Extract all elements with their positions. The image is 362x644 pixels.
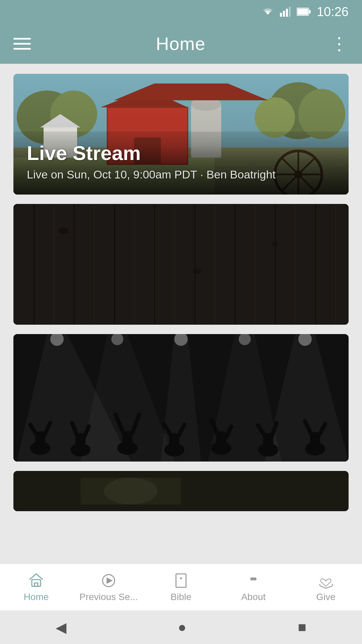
hamburger-line-3 — [13, 48, 31, 50]
more-options-button[interactable]: ⋮ — [330, 35, 349, 52]
nav-item-previous-sermons[interactable]: Previous Se... — [72, 572, 145, 602]
signal-icon — [280, 7, 291, 17]
app-bar: Home ⋮ — [0, 23, 362, 64]
nav-label-home: Home — [24, 592, 49, 602]
give-icon — [317, 572, 334, 589]
svg-rect-5 — [309, 10, 311, 13]
nav-label-give: Give — [316, 592, 336, 602]
live-stream-subtitle: Live on Sun, Oct 10, 9:00am PDT · Ben Bo… — [27, 168, 335, 181]
bottom-navigation: Home Previous Se... Bible About — [0, 564, 362, 610]
nav-label-bible: Bible — [171, 592, 191, 602]
home-icon — [28, 572, 45, 589]
fourth-card-background — [13, 471, 349, 511]
svg-rect-3 — [289, 7, 291, 17]
nav-item-about[interactable]: About — [217, 572, 290, 602]
hamburger-line-1 — [13, 38, 31, 40]
worship-lyrics-card[interactable]: Worship Lyrics Follow along as we sing — [13, 334, 349, 462]
live-stream-overlay: Live Stream Live on Sun, Oct 10, 9:00am … — [13, 131, 349, 195]
worship-background: Worship Lyrics Follow along as we sing — [13, 334, 349, 462]
bible-icon — [173, 572, 189, 589]
fourth-card-image — [13, 471, 349, 511]
events-announcements-card[interactable]: Events & Announcements What's happening … — [13, 204, 349, 325]
hamburger-line-2 — [13, 43, 31, 45]
nav-item-give[interactable]: Give — [290, 572, 362, 602]
main-content: Live Stream Live on Sun, Oct 10, 9:00am … — [0, 64, 362, 598]
status-icons: 10:26 — [262, 5, 349, 19]
nav-item-bible[interactable]: Bible — [145, 572, 217, 602]
page-title: Home — [156, 33, 205, 54]
svg-marker-98 — [107, 578, 112, 583]
nav-label-about: About — [241, 592, 265, 602]
svg-rect-96 — [35, 583, 38, 586]
nav-item-home[interactable]: Home — [0, 572, 72, 602]
svg-rect-99 — [176, 574, 186, 587]
battery-icon — [297, 7, 311, 16]
wifi-icon — [262, 7, 274, 17]
events-background: Events & Announcements What's happening … — [13, 204, 349, 325]
worship-image — [13, 334, 349, 462]
svg-rect-0 — [280, 13, 282, 17]
events-image — [13, 204, 349, 325]
back-button[interactable]: ◀ — [56, 619, 66, 636]
about-icon — [245, 572, 262, 589]
svg-rect-2 — [286, 9, 288, 17]
status-time: 10:26 — [317, 5, 349, 19]
svg-rect-6 — [297, 9, 308, 15]
svg-rect-1 — [283, 11, 285, 17]
nav-label-previous-sermons: Previous Se... — [79, 592, 138, 602]
svg-rect-91 — [13, 334, 349, 462]
svg-point-94 — [104, 478, 158, 504]
home-button[interactable]: ● — [178, 619, 186, 635]
live-stream-title: Live Stream — [27, 142, 335, 165]
svg-point-104 — [254, 578, 256, 580]
svg-rect-51 — [13, 204, 349, 325]
status-bar: 10:26 — [0, 0, 362, 23]
live-stream-card[interactable]: Live Stream Live on Sun, Oct 10, 9:00am … — [13, 74, 349, 195]
hamburger-menu-button[interactable] — [13, 38, 31, 50]
system-navigation-bar: ◀ ● ■ — [0, 610, 362, 644]
fourth-card[interactable] — [13, 471, 349, 511]
previous-sermons-icon — [100, 572, 117, 589]
recent-apps-button[interactable]: ■ — [298, 619, 306, 635]
